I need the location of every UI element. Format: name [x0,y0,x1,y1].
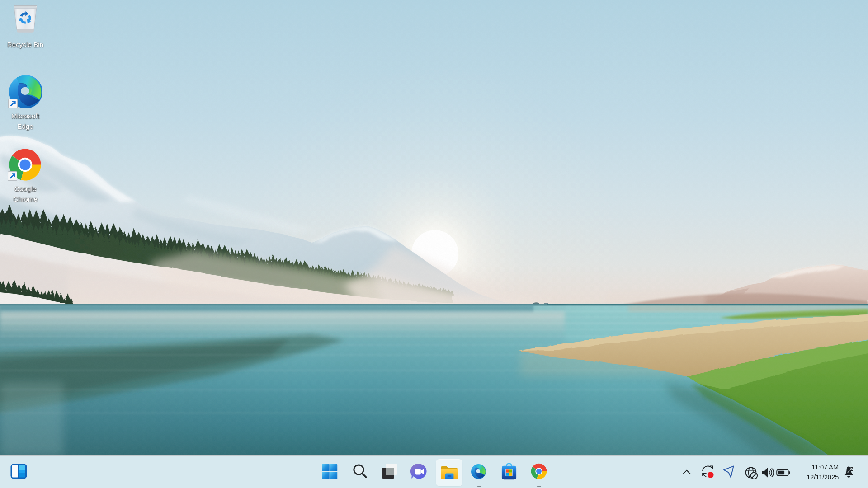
microsoft-store-icon [501,462,517,482]
taskbar-task-view-button[interactable] [377,459,402,485]
chat-icon [410,463,427,482]
clock-date: 12/11/2025 [807,472,839,482]
clock-time: 11:07 AM [807,462,839,472]
taskbar-clock[interactable]: 11:07 AM 12/11/2025 [807,462,839,482]
desktop-wallpaper [0,0,868,488]
speaker-icon [761,467,774,480]
taskbar-chat-button[interactable] [406,459,432,485]
recycle-bin-icon [12,4,38,36]
taskbar-widgets-button[interactable] [6,459,32,485]
desktop-icon-label: Google Chrome [0,183,51,204]
taskbar-edge-button[interactable] [466,459,491,485]
desktop-icon-label: Microsoft Edge [0,111,51,131]
tray-sync-status[interactable] [702,466,714,479]
windows-desktop: Recycle Bin Microsoft Edge Goo [0,0,868,488]
globe-no-internet-icon [745,466,759,482]
file-explorer-icon [440,463,458,482]
taskbar-chrome-button[interactable] [526,459,552,485]
tray-show-hidden-icons[interactable] [681,467,693,479]
shortcut-arrow-badge [8,171,17,183]
desktop-icon-label-line: Edge [0,121,51,131]
taskbar-file-explorer-button[interactable] [436,460,462,486]
edge-icon [471,464,486,481]
desktop-icon-microsoft-edge[interactable]: Microsoft Edge [0,75,51,131]
taskbar-start-button[interactable] [317,459,343,485]
chevron-up-icon [682,469,691,477]
search-icon [352,463,368,481]
taskbar: 11:07 AM 12/11/2025 z Z [0,455,868,488]
tray-volume[interactable] [761,468,774,479]
tray-location[interactable] [723,466,734,479]
location-arrow-icon [723,465,734,479]
taskbar-search-button[interactable] [347,459,373,485]
battery-icon [776,468,791,479]
desktop-icon-label-line: Chrome [0,194,51,204]
chrome-icon [531,463,547,481]
svg-text:z: z [847,469,849,474]
desktop-icon-google-chrome[interactable]: Google Chrome [0,148,51,204]
taskbar-store-button[interactable] [496,459,522,485]
widgets-icon [10,464,27,481]
tray-notification-bell[interactable]: z Z [844,466,855,479]
desktop-icon-label-line: Google [0,183,51,194]
task-view-icon [382,463,398,481]
desktop-icon-recycle-bin[interactable]: Recycle Bin [0,4,51,49]
desktop-icon-label-line: Microsoft [0,111,51,121]
desktop-icon-label: Recycle Bin [0,39,51,50]
bell-dnd-icon: z Z [844,465,855,480]
chrome-running-indicator [537,486,542,488]
sync-arrows-recording-icon [702,465,714,480]
shortcut-arrow-badge [8,99,18,110]
svg-text:Z: Z [850,466,854,472]
tray-network[interactable] [745,467,759,481]
edge-running-indicator [477,486,482,488]
tray-battery[interactable] [776,469,791,478]
windows-start-icon [322,464,338,481]
